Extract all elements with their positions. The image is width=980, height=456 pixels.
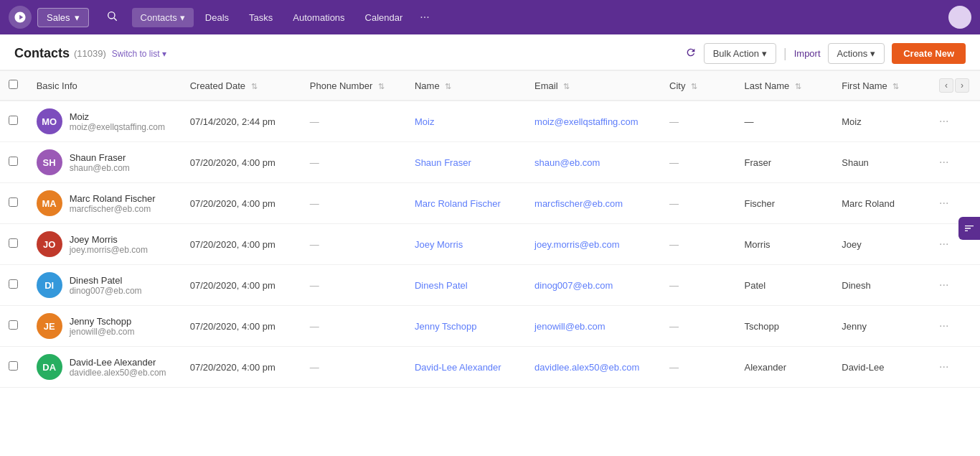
first-name-value: Marc Roland <box>842 198 895 209</box>
row-more-button[interactable]: ··· <box>939 197 948 210</box>
select-all-checkbox[interactable] <box>9 80 18 89</box>
nav-contacts[interactable]: Contacts ▾ <box>132 8 194 27</box>
email-value[interactable]: moiz@exellqstaffing.com <box>534 116 638 127</box>
contact-name[interactable]: Jenny Tschopp <box>70 316 135 327</box>
created-date-value: 07/20/2020, 4:00 pm <box>190 198 275 209</box>
created-date-cell: 07/20/2020, 4:00 pm <box>182 224 301 265</box>
full-name-value[interactable]: Shaun Fraser <box>415 157 471 168</box>
switch-to-list-button[interactable]: Switch to list ▾ <box>112 49 166 59</box>
last-name-value: Morris <box>744 239 770 250</box>
full-name-value[interactable]: Marc Roland Fischer <box>415 198 501 209</box>
create-new-button[interactable]: Create New <box>892 43 966 64</box>
first-name-cell: Shaun <box>833 142 930 183</box>
nav-deals[interactable]: Deals <box>197 8 237 27</box>
contact-name[interactable]: Joey Morris <box>70 234 148 245</box>
basic-info-cell: MA Marc Roland Fischer marcfischer@eb.co… <box>28 183 182 224</box>
column-header-email[interactable]: Email ⇅ <box>526 71 661 101</box>
created-date-label: Created Date <box>190 80 245 91</box>
name-cell: Joey Morris <box>406 224 526 265</box>
nav-tasks-label: Tasks <box>249 12 273 23</box>
email-value[interactable]: joey.morris@eb.com <box>534 239 619 250</box>
app-logo[interactable] <box>9 6 32 29</box>
refresh-button[interactable] <box>685 47 697 61</box>
top-navigation: Sales ▾ Contacts ▾ Deals Tasks Automatio… <box>0 0 980 34</box>
row-more-button[interactable]: ··· <box>939 156 948 169</box>
bulk-action-button[interactable]: Bulk Action ▾ <box>704 43 776 64</box>
row-more-button[interactable]: ··· <box>939 115 948 128</box>
user-avatar[interactable] <box>948 6 971 29</box>
phone-cell: — <box>301 183 406 224</box>
city-cell: — <box>661 183 735 224</box>
import-button[interactable]: Import <box>794 48 821 59</box>
email-value[interactable]: marcfischer@eb.com <box>534 198 623 209</box>
row-checkbox[interactable] <box>9 238 18 248</box>
contact-name[interactable]: Moiz <box>70 111 165 122</box>
nav-calendar-label: Calendar <box>365 12 403 23</box>
full-name-value[interactable]: Moiz <box>415 116 434 127</box>
contact-name[interactable]: Dinesh Patel <box>70 275 142 286</box>
row-checkbox[interactable] <box>9 361 18 371</box>
contact-avatar: SH <box>37 149 62 175</box>
chevron-down-icon: ▾ <box>762 48 767 59</box>
first-name-value: Moiz <box>842 116 861 127</box>
contact-email-sub: moiz@exellqstaffing.com <box>70 122 165 132</box>
column-nav-left[interactable]: ‹ <box>939 78 953 93</box>
nav-calendar[interactable]: Calendar <box>357 8 412 27</box>
full-name-value[interactable]: Jenny Tschopp <box>415 321 477 332</box>
created-date-value: 07/20/2020, 4:00 pm <box>190 321 275 332</box>
city-value: — <box>669 157 679 168</box>
column-header-first-name[interactable]: First Name ⇅ <box>833 71 930 101</box>
column-header-name[interactable]: Name ⇅ <box>406 71 526 101</box>
contact-name[interactable]: David-Lee Alexander <box>70 357 166 368</box>
row-checkbox[interactable] <box>9 320 18 330</box>
nav-tasks[interactable]: Tasks <box>240 8 281 27</box>
page-title: Contacts <box>14 46 70 61</box>
full-name-value[interactable]: Joey Morris <box>415 239 463 250</box>
email-cell: joey.morris@eb.com <box>526 224 661 265</box>
row-actions-cell: ··· <box>930 265 980 306</box>
column-header-city[interactable]: City ⇅ <box>661 71 735 101</box>
full-name-value[interactable]: David-Lee Alexander <box>415 362 501 373</box>
row-more-button[interactable]: ··· <box>939 360 948 373</box>
contact-name[interactable]: Shaun Fraser <box>70 152 130 163</box>
nav-deals-label: Deals <box>205 12 229 23</box>
basic-info-cell: SH Shaun Fraser shaun@eb.com <box>28 142 182 183</box>
phone-value: — <box>310 321 319 332</box>
column-nav-right[interactable]: › <box>955 78 969 93</box>
row-checkbox[interactable] <box>9 157 18 166</box>
column-header-phone[interactable]: Phone Number ⇅ <box>301 71 406 101</box>
column-header-last-name[interactable]: Last Name ⇅ <box>735 71 833 101</box>
filter-fab-button[interactable] <box>958 217 980 240</box>
city-cell: — <box>661 306 735 347</box>
last-name-label: Last Name <box>744 80 789 91</box>
contact-name[interactable]: Marc Roland Fischer <box>70 193 156 204</box>
created-date-value: 07/14/2020, 2:44 pm <box>190 116 275 127</box>
row-checkbox[interactable] <box>9 116 18 125</box>
row-checkbox-cell <box>0 347 28 388</box>
row-more-button[interactable]: ··· <box>939 320 948 332</box>
row-more-button[interactable]: ··· <box>939 279 948 292</box>
sales-dropdown-button[interactable]: Sales ▾ <box>37 8 89 27</box>
full-name-value[interactable]: Dinesh Patel <box>415 280 468 291</box>
email-value[interactable]: shaun@eb.com <box>534 157 600 168</box>
svg-line-1 <box>114 18 117 21</box>
table-row: JO Joey Morris joey.morris@eb.com 07/20/… <box>0 224 980 265</box>
city-value: — <box>669 321 679 332</box>
nav-more-button[interactable]: ··· <box>414 6 435 28</box>
row-more-button[interactable]: ··· <box>939 238 948 251</box>
column-header-created-date[interactable]: Created Date ⇅ <box>182 71 301 101</box>
email-value[interactable]: jenowill@eb.com <box>534 321 605 332</box>
actions-dropdown-button[interactable]: Actions ▾ <box>828 43 885 64</box>
city-value: — <box>669 198 679 209</box>
email-value[interactable]: dinog007@eb.com <box>534 280 613 291</box>
email-value[interactable]: davidlee.alex50@eb.com <box>534 362 639 373</box>
city-cell: — <box>661 101 735 142</box>
created-date-cell: 07/20/2020, 4:00 pm <box>182 183 301 224</box>
row-checkbox[interactable] <box>9 197 18 207</box>
phone-value: — <box>310 362 319 373</box>
first-name-cell: Dinesh <box>833 265 930 306</box>
row-checkbox[interactable] <box>9 279 18 289</box>
contact-info: David-Lee Alexander davidlee.alex50@eb.c… <box>70 357 166 378</box>
nav-automations[interactable]: Automations <box>284 8 353 27</box>
search-button[interactable] <box>100 7 123 27</box>
